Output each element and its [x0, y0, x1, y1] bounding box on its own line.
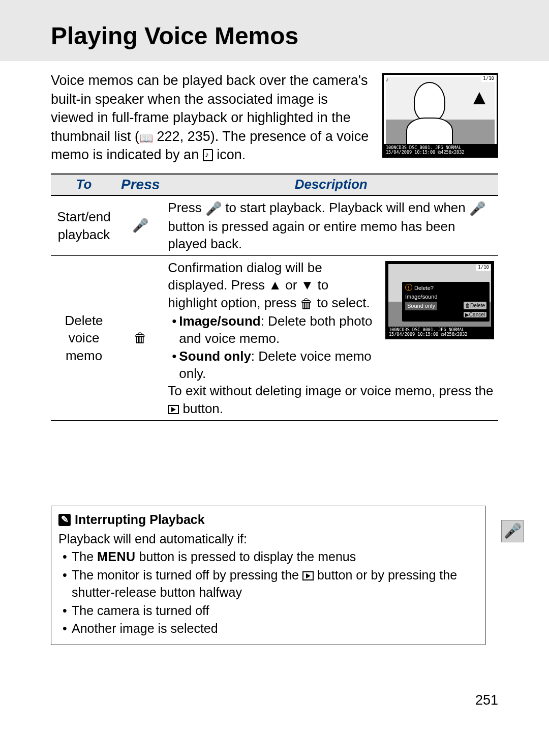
page-number: 251: [475, 691, 498, 709]
row2-para2-a: To exit without deleting image or voice …: [168, 383, 493, 398]
image-counter: 1/10: [481, 76, 496, 82]
row2-press: 🗑: [117, 256, 164, 421]
trash-icon: 🗑: [300, 295, 313, 312]
dialog-info-l2: 15/04/2009 10:15:00 ⧉4256x2832: [389, 332, 491, 337]
row2-to: Delete voice memo: [51, 256, 117, 421]
book-icon: 📖: [139, 131, 153, 146]
mic-icon: 🎤: [205, 200, 222, 217]
list-item: Sound only: Delete voice memo only.: [172, 347, 380, 383]
row1-desc-b: to start playback. Playback will end whe…: [222, 200, 469, 215]
mic-icon: 🎤: [132, 218, 148, 233]
note-box: ✎ Interrupting Playback Playback will en…: [51, 506, 485, 645]
intro-end: icon.: [213, 147, 246, 162]
note-title-row: ✎ Interrupting Playback: [58, 511, 478, 529]
trash-icon: 🗑: [134, 330, 147, 345]
note-list: The MENU button is pressed to display th…: [58, 548, 478, 637]
row1-press: 🎤: [117, 195, 164, 255]
warning-icon: !: [405, 284, 412, 291]
dialog-title-row: !Delete?: [405, 284, 486, 293]
controls-table: To Press Description Start/end playback …: [51, 173, 498, 421]
header-description: Description: [164, 174, 498, 195]
content-area: Voice memos can be played back over the …: [0, 61, 549, 421]
pencil-icon: ✎: [58, 514, 71, 526]
dialog-delete-tag: 🗑Delete: [464, 302, 486, 309]
row2-bullets: Image/sound: Delete both photo and voice…: [168, 312, 380, 382]
header-press: Press: [117, 174, 164, 195]
menu-button-label: MENU: [97, 549, 136, 564]
playback-illustration: ♪ 1/10 100NCD3S DSC_0001. JPG NORMAL 15/…: [382, 73, 498, 158]
illustration-info-bar: 100NCD3S DSC_0001. JPG NORMAL 15/04/2009…: [384, 144, 497, 156]
intro-section: Voice memos can be played back over the …: [51, 71, 498, 164]
note-i1-b: button is pressed to display the menus: [136, 549, 356, 564]
row1-to: Start/end playback: [51, 195, 117, 255]
voice-memo-icon: [203, 149, 213, 161]
note-intro: Playback will end automatically if:: [58, 531, 478, 548]
dialog-cancel-row: ▶Cancel: [405, 310, 486, 319]
mic-icon: 🎤: [504, 522, 522, 540]
row2-para1-b: to select.: [313, 295, 370, 310]
page-title: Playing Voice Memos: [51, 20, 549, 52]
list-item: Another image is selected: [63, 620, 478, 637]
dialog-opt1: Image/sound: [405, 293, 486, 301]
note-title: Interrupting Playback: [75, 511, 205, 529]
list-item: The camera is turned off: [63, 602, 478, 620]
row2-para2: To exit without deleting image or voice …: [168, 382, 494, 417]
memo-indicator-icon: ♪: [386, 76, 389, 83]
section-tab: 🎤: [501, 520, 524, 542]
row1-description: Press 🎤 to start playback. Playback will…: [164, 195, 498, 255]
dialog-opt2: Sound only: [405, 302, 437, 310]
list-item: The MENU button is pressed to display th…: [63, 548, 478, 566]
bullet2-bold: Sound only: [179, 348, 251, 364]
row2-para2-b: button.: [179, 401, 223, 416]
dialog-title: Delete?: [414, 285, 434, 291]
list-item: Image/sound: Delete both photo and voice…: [172, 312, 380, 347]
playback-button-icon: [168, 405, 179, 414]
row2-desc-text: Confirmation dialog will be displayed. P…: [168, 259, 380, 382]
row1-desc-a: Press: [168, 200, 205, 215]
delete-confirmation-dialog: !Delete? Image/sound Sound only🗑Delete ▶…: [402, 282, 490, 322]
title-band: Playing Voice Memos: [0, 0, 549, 61]
note-i1-a: The: [72, 549, 97, 564]
row1-desc-c: button is pressed again or entire memo h…: [168, 219, 455, 251]
dialog-info-bar: 100NCD3S DSC_0001. JPG NORMAL 15/04/2009…: [387, 327, 493, 338]
dialog-opt2-row: Sound only🗑Delete: [405, 301, 486, 310]
sailboat-icon: [473, 92, 485, 104]
header-to: To: [51, 174, 117, 195]
delete-dialog-illustration: 1/10 !Delete? Image/sound Sound only🗑Del…: [385, 261, 494, 339]
playback-button-icon: [302, 571, 314, 580]
info-line-2: 15/04/2009 10:15:00 ⧉4256x2832: [386, 150, 495, 155]
table-row: Delete voice memo 🗑 Confirmation dialog …: [51, 256, 498, 421]
mic-icon: 🎤: [469, 200, 485, 217]
bullet1-bold: Image/sound: [179, 313, 260, 329]
note-i2-a: The monitor is turned off by pressing th…: [72, 568, 302, 582]
intro-text: Voice memos can be played back over the …: [51, 71, 373, 164]
dialog-cancel-tag: ▶Cancel: [464, 312, 486, 317]
table-header-row: To Press Description: [51, 174, 498, 195]
row2-description: Confirmation dialog will be displayed. P…: [164, 256, 498, 421]
list-item: The monitor is turned off by pressing th…: [63, 567, 478, 601]
dialog-counter: 1/10: [476, 265, 491, 271]
illustration-scene: [386, 77, 495, 154]
table-row: Start/end playback 🎤 Press 🎤 to start pl…: [51, 195, 498, 255]
